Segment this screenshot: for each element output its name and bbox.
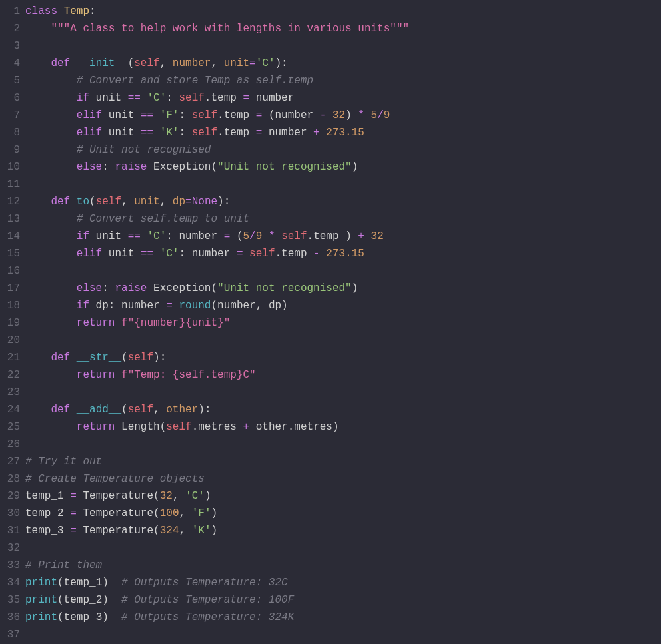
token-id: ( — [153, 525, 160, 537]
line-number: 4 — [0, 55, 20, 72]
token-kw: if — [77, 230, 89, 242]
token-id — [70, 57, 77, 69]
token-id: , — [179, 507, 191, 519]
token-str: 'K' — [160, 127, 179, 139]
line-number: 22 — [0, 366, 20, 384]
code-line[interactable] — [25, 176, 661, 193]
token-op: == — [141, 127, 153, 139]
token-id — [115, 369, 121, 381]
code-line[interactable]: def __add__(self, other): — [25, 401, 661, 418]
code-line[interactable]: def __init__(self, number, unit='C'): — [25, 55, 661, 72]
code-line[interactable] — [25, 626, 661, 643]
code-line[interactable]: print(temp_2) # Outputs Temperature: 100… — [25, 591, 661, 609]
code-line[interactable]: # Try it out — [25, 453, 661, 470]
code-line[interactable]: class Temp: — [25, 3, 661, 20]
code-line[interactable]: temp_3 = Temperature(324, 'K') — [25, 522, 661, 539]
code-line[interactable]: else: raise Exception("Unit not recognis… — [25, 159, 661, 176]
token-id — [262, 230, 269, 242]
token-id: unit — [102, 109, 141, 121]
code-line[interactable]: if unit == 'C': self.temp = number — [25, 89, 661, 107]
token-op: + — [313, 127, 320, 139]
line-number: 20 — [0, 332, 20, 349]
code-line[interactable]: elif unit == 'K': self.temp = number + 2… — [25, 124, 661, 141]
token-self: self — [192, 109, 217, 121]
code-line[interactable]: print(temp_1) # Outputs Temperature: 32C — [25, 574, 661, 591]
token-id: (number, dp) — [211, 300, 287, 312]
code-line[interactable]: return Length(self.metres + other.metres… — [25, 418, 661, 436]
token-op: = — [166, 300, 173, 312]
code-line[interactable]: # Create Temperature objects — [25, 470, 661, 487]
token-op: = — [256, 127, 263, 139]
code-line[interactable]: if dp: number = round(number, dp) — [25, 297, 661, 314]
line-number: 16 — [0, 262, 20, 280]
token-id — [153, 109, 160, 121]
token-id: (temp_1) — [57, 577, 121, 589]
code-line[interactable]: elif unit == 'F': self.temp = (number - … — [25, 107, 661, 124]
token-num: 32 — [160, 490, 173, 502]
token-id: ( — [121, 352, 128, 364]
token-id: ( — [211, 282, 217, 294]
code-line[interactable]: if unit == 'C': number = (5/9 * self.tem… — [25, 228, 661, 245]
token-id: ) — [211, 525, 218, 537]
token-kw: def — [51, 196, 70, 208]
line-number: 15 — [0, 245, 20, 262]
token-fn: to — [77, 196, 89, 208]
code-line[interactable]: return f"{number}{unit}" — [25, 314, 661, 332]
token-id: , — [211, 57, 223, 69]
code-line[interactable]: elif unit == 'C': number = self.temp - 2… — [25, 245, 661, 262]
line-number: 7 — [0, 107, 20, 124]
token-num: 100 — [160, 507, 179, 519]
token-id: : — [179, 109, 191, 121]
token-id: ) — [352, 282, 358, 294]
token-id — [25, 352, 51, 364]
code-line[interactable]: print(temp_3) # Outputs Temperature: 324… — [25, 609, 661, 626]
token-kw: if — [77, 300, 89, 312]
code-line[interactable]: return f"Temp: {self.temp}C" — [25, 366, 661, 384]
token-id: (number — [262, 109, 319, 121]
code-line[interactable]: # Print them — [25, 557, 661, 574]
token-fn: __add__ — [77, 404, 121, 416]
token-op: == — [128, 92, 141, 104]
token-id: : — [102, 161, 115, 173]
code-line[interactable]: def to(self, unit, dp=None): — [25, 193, 661, 210]
code-line[interactable]: temp_1 = Temperature(32, 'C') — [25, 487, 661, 505]
token-id: : — [166, 92, 179, 104]
token-id — [115, 317, 121, 329]
code-line[interactable]: """A class to help work with lengths in … — [25, 20, 661, 37]
line-number: 3 — [0, 37, 20, 55]
token-str: "Unit not recognised" — [217, 161, 352, 173]
code-line[interactable] — [25, 539, 661, 557]
code-line[interactable]: def __str__(self): — [25, 349, 661, 366]
token-id: ) — [352, 161, 358, 173]
token-id — [25, 282, 77, 294]
token-num: 9 — [384, 109, 390, 121]
code-line[interactable]: else: raise Exception("Unit not recognis… — [25, 280, 661, 297]
code-line[interactable]: temp_2 = Temperature(100, 'F') — [25, 505, 661, 522]
code-line[interactable] — [25, 332, 661, 349]
code-line[interactable]: # Unit not recognised — [25, 141, 661, 159]
token-call: Length — [121, 421, 160, 433]
code-line[interactable] — [25, 37, 661, 55]
code-line[interactable] — [25, 384, 661, 401]
code-line[interactable]: # Convert self.temp to unit — [25, 210, 661, 228]
token-id — [77, 525, 83, 537]
code-line[interactable]: # Convert and store Temp as self.temp — [25, 72, 661, 89]
token-id — [320, 248, 327, 260]
line-number: 36 — [0, 609, 20, 626]
token-self: self — [96, 196, 121, 208]
token-id — [25, 421, 77, 433]
code-line[interactable] — [25, 436, 661, 453]
token-call: Exception — [153, 161, 211, 173]
code-editor[interactable]: 1234567891011121314151617181920212223242… — [0, 0, 661, 643]
token-fn: __init__ — [77, 57, 128, 69]
token-id: ): — [217, 196, 230, 208]
line-number: 33 — [0, 557, 20, 574]
token-cmt: # Unit not recognised — [77, 144, 211, 156]
token-id — [320, 127, 327, 139]
code-line[interactable] — [25, 262, 661, 280]
token-num: 324 — [160, 525, 179, 537]
token-str: 'C' — [256, 57, 275, 69]
code-area[interactable]: class Temp: """A class to help work with… — [25, 3, 661, 643]
token-op: == — [128, 230, 141, 242]
token-num: 273.15 — [326, 127, 364, 139]
